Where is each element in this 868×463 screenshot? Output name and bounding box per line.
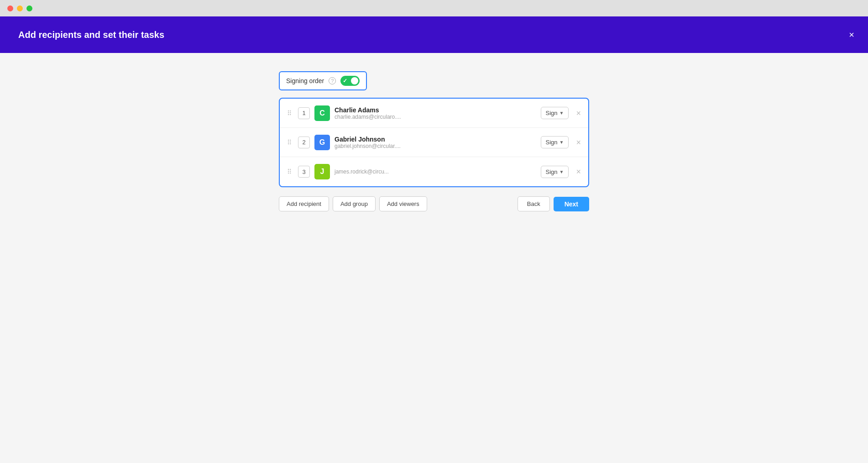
- avatar-1: C: [314, 105, 330, 121]
- recipients-list: ⠿ 1 C Charlie Adams charlie.adams@circul…: [279, 98, 589, 187]
- add-viewers-button[interactable]: Add viewers: [379, 196, 427, 211]
- traffic-light-yellow[interactable]: [17, 5, 23, 11]
- sign-dropdown-1[interactable]: Sign ▼: [541, 107, 569, 119]
- recipient-info-3: james.rodrick@circu...: [335, 168, 536, 175]
- dropdown-arrow-icon-3: ▼: [559, 169, 564, 174]
- remove-recipient-3[interactable]: ×: [576, 168, 581, 176]
- add-group-button[interactable]: Add group: [333, 196, 376, 211]
- signing-order-help-icon[interactable]: ?: [329, 77, 336, 84]
- traffic-light-red[interactable]: [7, 5, 13, 11]
- order-number-2: 2: [298, 137, 310, 148]
- remove-recipient-1[interactable]: ×: [576, 109, 581, 117]
- next-button[interactable]: Next: [554, 197, 589, 211]
- dropdown-arrow-icon-1: ▼: [559, 110, 564, 116]
- table-row: ⠿ 3 J james.rodrick@circu... Sign ▼ ×: [280, 157, 588, 186]
- recipient-name-2: Gabriel Johnson: [335, 136, 536, 143]
- avatar-3: J: [314, 164, 330, 179]
- content-area: Signing order ? ✓ ⠿ 1 C Charlie Adams ch…: [279, 71, 589, 463]
- drag-handle-icon[interactable]: ⠿: [287, 110, 292, 117]
- dropdown-arrow-icon-2: ▼: [559, 140, 564, 145]
- title-bar: [0, 0, 868, 16]
- table-row: ⠿ 2 G Gabriel Johnson gabriel.johnson@ci…: [280, 128, 588, 157]
- back-button[interactable]: Back: [518, 196, 550, 211]
- sign-dropdown-label-1: Sign: [546, 110, 558, 116]
- table-row: ⠿ 1 C Charlie Adams charlie.adams@circul…: [280, 99, 588, 128]
- order-number-3: 3: [298, 166, 310, 178]
- add-recipient-button[interactable]: Add recipient: [279, 196, 329, 211]
- actions-row: Add recipient Add group Add viewers Back…: [279, 196, 589, 211]
- traffic-light-green[interactable]: [26, 5, 32, 11]
- avatar-2: G: [314, 135, 330, 150]
- close-button[interactable]: ×: [849, 30, 854, 39]
- toggle-check-icon: ✓: [343, 78, 347, 84]
- toggle-thumb: [351, 77, 358, 84]
- recipient-info-2: Gabriel Johnson gabriel.johnson@circular…: [335, 136, 536, 149]
- signing-order-label: Signing order: [286, 77, 324, 84]
- signing-order-toggle[interactable]: ✓: [340, 76, 360, 86]
- dialog-header: Add recipients and set their tasks ×: [0, 16, 868, 53]
- order-number-1: 1: [298, 107, 310, 119]
- drag-handle-icon[interactable]: ⠿: [287, 168, 292, 175]
- sign-dropdown-2[interactable]: Sign ▼: [541, 136, 569, 148]
- sign-dropdown-3[interactable]: Sign ▼: [541, 166, 569, 178]
- sign-dropdown-label-2: Sign: [546, 139, 558, 146]
- recipient-email-3: james.rodrick@circu...: [335, 168, 536, 175]
- recipient-email-2: gabriel.johnson@circular....: [335, 143, 536, 149]
- signing-order-bar: Signing order ? ✓: [279, 71, 367, 90]
- dialog-title: Add recipients and set their tasks: [18, 30, 164, 40]
- recipient-info-1: Charlie Adams charlie.adams@circularo...…: [335, 106, 536, 120]
- remove-recipient-2[interactable]: ×: [576, 138, 581, 147]
- recipient-name-1: Charlie Adams: [335, 106, 536, 114]
- drag-handle-icon[interactable]: ⠿: [287, 139, 292, 146]
- main-content: Signing order ? ✓ ⠿ 1 C Charlie Adams ch…: [0, 53, 868, 463]
- recipient-email-1: charlie.adams@circularo....: [335, 114, 536, 120]
- sign-dropdown-label-3: Sign: [546, 168, 558, 175]
